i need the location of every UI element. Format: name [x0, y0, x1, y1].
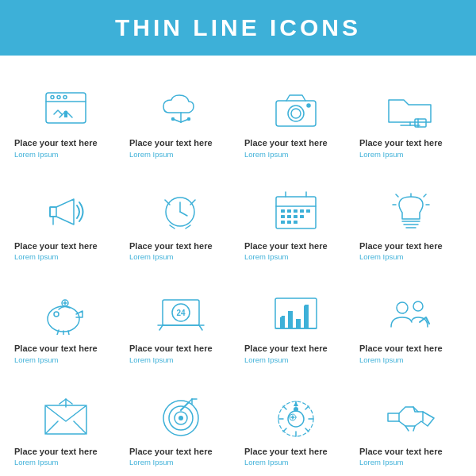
header: THIN LINE ICONS	[0, 0, 476, 56]
svg-rect-34	[294, 209, 298, 213]
cell-sub-mail: Lorem Ipsum	[14, 458, 58, 466]
cell-sub-team: Lorem Ipsum	[359, 355, 403, 364]
cell-title-cloud: Place your text here	[129, 137, 213, 148]
svg-point-9	[171, 117, 174, 120]
calendar-icon	[244, 186, 347, 237]
cell-title-bulb: Place your text here	[359, 240, 443, 251]
gear-icon	[244, 391, 347, 443]
svg-rect-5	[64, 111, 67, 117]
camera-icon	[244, 83, 347, 134]
svg-line-56	[68, 331, 69, 335]
cell-title-megaphone: Place your text here	[14, 240, 98, 251]
cell-sub-cloud: Lorem Ipsum	[129, 150, 173, 159]
svg-point-85	[178, 416, 183, 420]
cell-sub-camera: Lorem Ipsum	[244, 150, 288, 159]
cell-browser: Place your text here Lorem Ipsum	[8, 60, 123, 163]
svg-point-77	[413, 301, 423, 311]
svg-line-79	[45, 421, 58, 434]
svg-rect-38	[287, 215, 291, 218]
svg-point-52	[48, 306, 79, 332]
cell-sub-handshake: Lorem Ipsum	[359, 458, 403, 466]
cell-mail: Place your text here Lorem Ipsum	[8, 369, 123, 472]
svg-rect-0	[46, 93, 86, 123]
cell-laptop: 24 Place vour text here Lorem Ipsum	[123, 266, 238, 369]
megaphone-icon	[14, 186, 117, 237]
cell-title-browser: Place your text here	[14, 137, 98, 148]
cell-target: Place your text here Lorem Ipsum	[123, 369, 238, 472]
team-icon	[359, 288, 462, 340]
svg-rect-70	[296, 319, 301, 328]
svg-rect-71	[304, 305, 309, 328]
svg-point-10	[187, 117, 190, 120]
cell-title-laptop: Place vour text here	[129, 343, 213, 354]
svg-rect-35	[300, 209, 304, 213]
svg-point-91	[294, 407, 298, 412]
svg-rect-37	[281, 215, 285, 218]
alarm-icon	[129, 186, 232, 237]
cell-title-handshake: Place vour text here	[359, 446, 443, 457]
svg-point-72	[278, 314, 282, 317]
cell-calendar: Place your text here Lorem Ipsum	[238, 163, 353, 267]
svg-rect-42	[287, 221, 291, 224]
cell-sub-target: Lorem Ipsum	[129, 458, 173, 466]
cell-sub-folder: Lorem Ipsum	[359, 150, 403, 159]
cloud-icon	[129, 83, 232, 134]
cell-sub-laptop: Lorem Ipsum	[129, 355, 173, 364]
cell-megaphone: Place your text here Lorem Ipsum	[8, 163, 123, 267]
svg-line-50	[396, 194, 398, 197]
svg-text:24: 24	[176, 309, 186, 317]
icon-grid: Place your text here Lorem Ipsum Place y…	[0, 56, 476, 476]
svg-point-3	[57, 95, 60, 98]
cell-sub-browser: Lorem Ipsum	[14, 150, 58, 159]
cell-folder: Place your text here Lorem Ipsum	[353, 60, 468, 163]
svg-line-80	[74, 421, 86, 434]
svg-rect-41	[281, 221, 285, 224]
svg-line-62	[159, 325, 163, 330]
svg-point-74	[296, 311, 299, 314]
cell-title-calendar: Place your text here	[244, 240, 328, 251]
svg-line-23	[180, 212, 187, 216]
cell-sub-megaphone: Lorem Ipsum	[14, 252, 58, 261]
svg-rect-32	[281, 209, 285, 213]
svg-point-12	[288, 106, 304, 121]
cell-sub-bulb: Lorem Ipsum	[359, 252, 403, 261]
handshake-icon	[359, 391, 462, 443]
svg-point-75	[305, 300, 309, 303]
cell-title-mail: Place your text here	[14, 446, 98, 457]
cell-title-team: Place vour text here	[359, 343, 443, 354]
target-icon	[129, 391, 232, 443]
svg-point-13	[291, 109, 301, 118]
cell-bulb: Place your text here Lorem Ipsum	[353, 163, 468, 267]
svg-rect-33	[287, 209, 291, 213]
cell-chart: Place your text here Lorem Ipsum	[238, 266, 353, 369]
svg-rect-43	[294, 221, 298, 224]
svg-point-53	[54, 312, 59, 317]
laptop-icon: 24	[129, 288, 232, 340]
svg-line-63	[199, 325, 202, 330]
cell-title-camera: Place your text here	[244, 137, 328, 148]
cell-handshake: Place vour text here Lorem Ipsum	[353, 369, 468, 472]
svg-point-2	[51, 95, 54, 98]
cell-cloud: Place your text here Lorem Ipsum	[123, 60, 238, 163]
svg-point-73	[288, 306, 291, 309]
cell-camera: Place your text here Lorem Ipsum	[238, 60, 353, 163]
cell-sub-calendar: Lorem Ipsum	[244, 252, 288, 261]
piggy-icon	[14, 288, 117, 340]
cell-title-folder: Place your text here	[359, 137, 443, 148]
svg-point-14	[307, 104, 310, 107]
cell-sub-alarm: Lorem Ipsum	[129, 252, 173, 261]
svg-line-27	[186, 225, 190, 228]
browser-icon	[14, 83, 117, 134]
svg-rect-40	[300, 215, 304, 218]
cell-title-chart: Place your text here	[244, 343, 328, 354]
cell-piggy: Place vour text here Lorem Ipsum	[8, 266, 123, 369]
bulb-icon	[359, 186, 462, 237]
svg-line-26	[170, 225, 175, 228]
cell-gear: Place your text here Lorem Ipsum	[238, 369, 353, 472]
cell-team: Place vour text here Lorem Ipsum	[353, 266, 468, 369]
cell-title-gear: Place your text here	[244, 446, 328, 457]
svg-point-4	[63, 95, 67, 98]
svg-line-51	[424, 194, 426, 197]
svg-rect-39	[294, 215, 298, 218]
cell-alarm: Place your text here Lorem Ipsum	[123, 163, 238, 267]
